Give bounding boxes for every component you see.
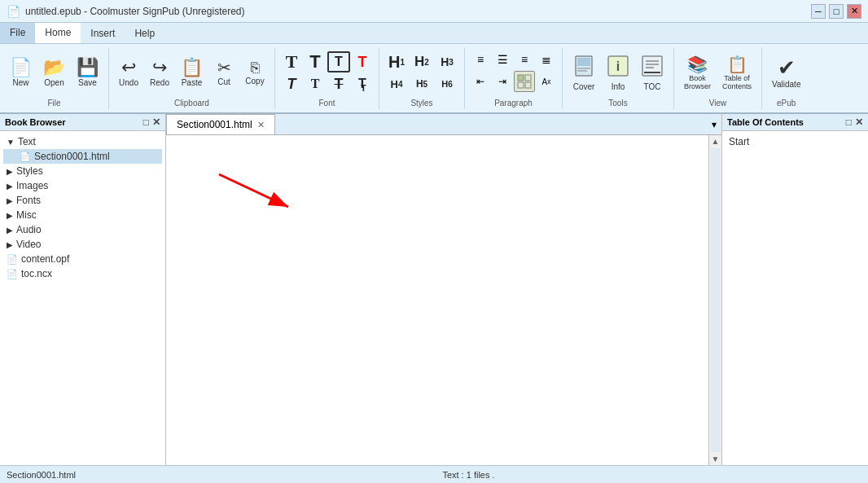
title-bar-controls: ─ □ ✕: [811, 4, 861, 19]
chevron-right-icon-3: ▶: [7, 196, 13, 205]
app-title: untitled.epub - Coolmuster SignPub (Unre…: [25, 6, 244, 17]
font-t-small[interactable]: T: [304, 73, 327, 94]
menu-help[interactable]: Help: [125, 23, 164, 43]
toc-float-button[interactable]: □: [846, 116, 852, 128]
app-icon: 📄: [7, 5, 20, 18]
scroll-down-button[interactable]: ▼: [710, 453, 721, 465]
font-t-strike[interactable]: T: [327, 73, 350, 94]
font-t-serif[interactable]: T: [280, 51, 303, 72]
paste-icon: 📋: [181, 59, 203, 77]
tree-item-audio-label: Audio: [16, 224, 42, 235]
font-t-italic[interactable]: T: [280, 73, 303, 94]
toc-content: Start: [722, 131, 868, 152]
tree-item-toc-ncx[interactable]: 📄 toc.ncx: [3, 266, 162, 281]
cut-button[interactable]: ✂ Cut: [209, 50, 239, 96]
close-button[interactable]: ✕: [847, 4, 861, 19]
cover-button[interactable]: Cover: [568, 50, 600, 96]
ribbon-group-clipboard: ↩ Undo ↪ Redo 📋 Paste ✂ Cut ⎘ Copy Clipb…: [109, 47, 275, 109]
chevron-right-icon: ▶: [7, 167, 13, 176]
minimize-button[interactable]: ─: [811, 4, 826, 19]
tree-item-fonts[interactable]: ▶ Fonts: [3, 193, 162, 208]
align-left-button[interactable]: ≡: [470, 49, 491, 70]
subscript-button[interactable]: Ax: [536, 71, 557, 92]
h4-button[interactable]: H4: [384, 73, 409, 94]
file-icon: 📄: [20, 151, 31, 162]
tree-item-section0001-label: Section0001.html: [34, 151, 110, 162]
redo-button[interactable]: ↪ Redo: [145, 50, 174, 96]
tree-item-audio[interactable]: ▶ Audio: [3, 222, 162, 237]
copy-button[interactable]: ⎘ Copy: [240, 50, 270, 96]
tree-item-toc-ncx-label: toc.ncx: [21, 268, 52, 279]
tree-item-text[interactable]: ▼ Text: [3, 134, 162, 149]
editor-content[interactable]: [166, 135, 708, 465]
toc-button[interactable]: TOC: [636, 50, 669, 96]
book-browser-float-button[interactable]: □: [143, 116, 149, 128]
font-t-overlap[interactable]: TT: [351, 73, 374, 94]
view-group-label: View: [709, 99, 727, 108]
toc-close-button[interactable]: ✕: [855, 116, 863, 128]
tree-item-text-label: Text: [18, 136, 36, 147]
tab-close-button[interactable]: ✕: [257, 120, 265, 130]
book-browser-button[interactable]: 📚 BookBrowser: [679, 50, 716, 96]
title-bar: 📄 untitled.epub - Coolmuster SignPub (Un…: [0, 0, 868, 23]
tree-item-misc[interactable]: ▶ Misc: [3, 208, 162, 222]
menu-file[interactable]: File: [0, 23, 35, 43]
h2-button[interactable]: H2: [410, 51, 434, 72]
editor-scrollbar-vertical[interactable]: ▲ ▼: [708, 135, 721, 465]
toc-item-start[interactable]: Start: [726, 134, 865, 149]
tree-item-video[interactable]: ▶ Video: [3, 237, 162, 252]
save-button[interactable]: 💾 Save: [72, 50, 103, 96]
toc-header: Table Of Contents □ ✕: [722, 114, 868, 131]
tree-item-styles[interactable]: ▶ Styles: [3, 164, 162, 178]
tree-item-images-label: Images: [16, 180, 48, 191]
table-of-contents-icon: 📋: [727, 56, 747, 72]
tree-item-content-opf[interactable]: 📄 content.opf: [3, 252, 162, 266]
new-button[interactable]: 📄 New: [5, 50, 37, 96]
h1-button[interactable]: H1: [384, 51, 409, 72]
info-button[interactable]: i Info: [602, 50, 634, 96]
toc-title: Table Of Contents: [727, 117, 804, 127]
table-of-contents-button[interactable]: 📋 Table ofContents: [717, 50, 756, 96]
undo-button[interactable]: ↩ Undo: [114, 50, 143, 96]
toc-panel: Table Of Contents □ ✕ Start: [721, 114, 868, 465]
h3-button[interactable]: H3: [435, 51, 459, 72]
align-right-button[interactable]: ≡: [514, 49, 535, 70]
indent-more-button[interactable]: ⇥: [492, 71, 513, 92]
new-icon: 📄: [10, 59, 32, 77]
ribbon: 📄 New 📂 Open 💾 Save File ↩ Undo ↪ Redo: [0, 44, 868, 114]
tree-item-section0001[interactable]: 📄 Section0001.html: [3, 149, 162, 164]
info-icon: i: [607, 55, 629, 81]
menu-home[interactable]: Home: [35, 23, 81, 43]
open-icon: 📂: [43, 59, 65, 77]
book-browser-content: ▼ Text 📄 Section0001.html ▶ Styles ▶ Ima…: [0, 131, 165, 465]
menu-bar: File Home Insert Help: [0, 23, 868, 44]
h5-button[interactable]: H5: [410, 73, 434, 94]
tree-item-images[interactable]: ▶ Images: [3, 178, 162, 193]
undo-icon: ↩: [121, 59, 136, 77]
scroll-up-button[interactable]: ▲: [710, 135, 721, 147]
open-button[interactable]: 📂 Open: [38, 50, 70, 96]
font-t-border[interactable]: T: [327, 51, 350, 72]
file-group-label: File: [47, 99, 60, 108]
svg-rect-0: [518, 75, 524, 81]
editor-tab-section0001[interactable]: Section0001.html ✕: [166, 114, 275, 134]
indent-less-button[interactable]: ⇤: [470, 71, 491, 92]
heading-grid: H1 H2 H3 H4 H5 H6: [384, 51, 459, 94]
main-layout: Book Browser □ ✕ ▼ Text 📄 Section0001.ht…: [0, 114, 868, 465]
table-button[interactable]: [514, 71, 535, 92]
align-justify-button[interactable]: ≣: [536, 49, 557, 70]
font-t-red[interactable]: T: [351, 51, 374, 72]
paste-button[interactable]: 📋 Paste: [176, 50, 208, 96]
tab-dropdown-button[interactable]: ▾: [707, 119, 721, 130]
maximize-button[interactable]: □: [829, 4, 844, 19]
title-bar-left: 📄 untitled.epub - Coolmuster SignPub (Un…: [7, 5, 244, 18]
book-browser-panel: Book Browser □ ✕ ▼ Text 📄 Section0001.ht…: [0, 114, 166, 465]
menu-insert[interactable]: Insert: [81, 23, 125, 43]
validate-button[interactable]: ✔ Validate: [767, 50, 805, 96]
align-center-button[interactable]: ☰: [492, 49, 513, 70]
font-t-bold[interactable]: T: [304, 51, 327, 72]
chevron-right-icon-5: ▶: [7, 226, 13, 235]
book-browser-close-button[interactable]: ✕: [152, 116, 160, 128]
chevron-right-icon-4: ▶: [7, 211, 13, 220]
h6-button[interactable]: H6: [435, 73, 459, 94]
